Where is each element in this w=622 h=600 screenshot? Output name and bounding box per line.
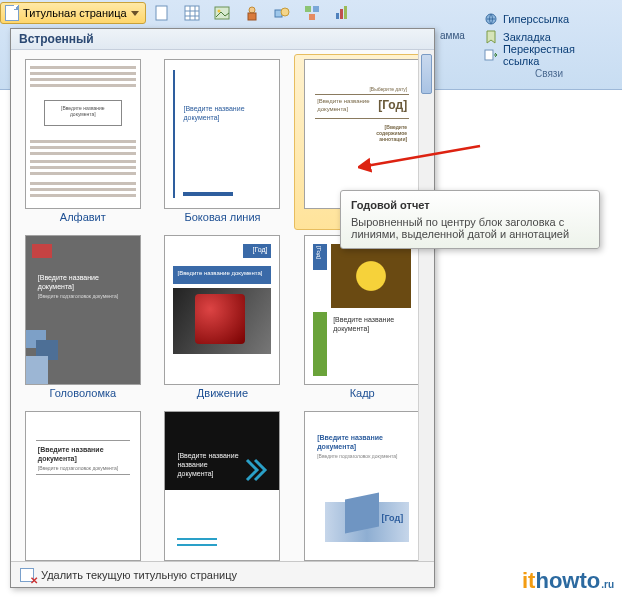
svg-rect-16 — [340, 9, 343, 19]
gallery-item-contrast[interactable]: [Введите название название документа] Ко… — [155, 406, 291, 561]
blank-page-button[interactable] — [148, 2, 176, 24]
gallery-item-alphabet[interactable]: [Введите название документа] Алфавит — [15, 54, 151, 230]
svg-rect-15 — [336, 13, 339, 19]
thumb-contrast: [Введите название название документа] — [164, 411, 280, 561]
crossref-label: Перекрестная ссылка — [503, 43, 614, 67]
svg-point-7 — [217, 10, 220, 13]
hyperlink-button[interactable]: Гиперссылка — [484, 10, 614, 28]
logo-ru: .ru — [601, 579, 614, 590]
table-icon — [183, 4, 201, 22]
gallery-item-cubes[interactable]: [Введите название документа] [Введите по… — [294, 406, 430, 561]
gallery-item-motion[interactable]: [Год] [Введите название документа] Движе… — [155, 230, 291, 406]
cover-page-gallery: Встроенный [Введите название документа] … — [10, 28, 435, 588]
gallery-item-frame[interactable]: [Год] [Введите название документа] Кадр — [294, 230, 430, 406]
smartart-button[interactable] — [298, 2, 326, 24]
blank-page-icon — [153, 4, 171, 22]
picture-button[interactable] — [208, 2, 236, 24]
thumb-conservative: [Введите название документа] [Введите по… — [25, 411, 141, 561]
gallery-item-conservative[interactable]: [Введите название документа] [Введите по… — [15, 406, 151, 561]
logo-howto: howto — [535, 568, 600, 594]
chart-icon — [333, 4, 351, 22]
chevrons-icon — [245, 458, 271, 484]
tooltip: Годовой отчет Выровненный по центру блок… — [340, 190, 600, 249]
gallery-item-puzzle[interactable]: [Введите название документа] [Введите по… — [15, 230, 151, 406]
shapes-icon — [273, 4, 291, 22]
crossref-icon — [484, 48, 498, 62]
remove-cover-page-button[interactable]: Удалить текущую титульную страницу — [11, 561, 434, 587]
svg-rect-13 — [313, 6, 319, 12]
svg-rect-17 — [344, 6, 347, 19]
links-group-label: Связи — [484, 68, 614, 79]
hyperlink-icon — [484, 12, 498, 26]
remove-cover-page-label: Удалить текущую титульную страницу — [41, 569, 237, 581]
tooltip-body: Выровненный по центру блок заголовка с л… — [351, 216, 589, 240]
table-button[interactable] — [178, 2, 206, 24]
crossref-button[interactable]: Перекрестная ссылка — [484, 46, 614, 64]
page-icon — [5, 5, 19, 21]
svg-rect-0 — [156, 6, 167, 20]
caption: Головоломка — [49, 387, 116, 399]
caption: Алфавит — [60, 211, 106, 223]
thumb-sideline: [Введите название документа] — [164, 59, 280, 209]
thumb-frame: [Год] [Введите название документа] — [304, 235, 420, 385]
picture-icon — [213, 4, 231, 22]
thumb-motion: [Год] [Введите название документа] — [164, 235, 280, 385]
hyperlink-label: Гиперссылка — [503, 13, 569, 25]
clipart-icon — [243, 4, 261, 22]
svg-point-8 — [249, 7, 255, 13]
bookmark-label: Закладка — [503, 31, 551, 43]
thumb-annual: [Введите название документа] [Выберите д… — [304, 59, 420, 209]
bookmark-icon — [484, 30, 498, 44]
caption: Кадр — [350, 387, 375, 399]
thumb-cubes: [Введите название документа] [Введите по… — [304, 411, 420, 561]
chart-label-fragment: амма — [440, 30, 465, 41]
gallery-grid: [Введите название документа] Алфавит [Вв… — [11, 50, 434, 561]
smartart-icon — [303, 4, 321, 22]
chevron-down-icon — [131, 11, 139, 16]
svg-rect-19 — [485, 50, 493, 60]
site-logo: it howto .ru — [522, 568, 614, 594]
shapes-button[interactable] — [268, 2, 296, 24]
cover-page-dropdown[interactable]: Титульная страница — [0, 2, 146, 24]
caption: Боковая линия — [185, 211, 261, 223]
caption: Движение — [197, 387, 248, 399]
tooltip-title: Годовой отчет — [351, 199, 589, 211]
thumb-puzzle: [Введите название документа] [Введите по… — [25, 235, 141, 385]
svg-point-11 — [281, 8, 289, 16]
svg-rect-1 — [185, 6, 199, 20]
cover-page-label: Титульная страница — [23, 7, 127, 19]
delete-page-icon — [19, 567, 35, 583]
chart-button[interactable] — [328, 2, 356, 24]
clipart-button[interactable] — [238, 2, 266, 24]
logo-it: it — [522, 568, 535, 594]
svg-rect-9 — [248, 13, 256, 20]
ribbon-toolbar: Титульная страница — [0, 2, 356, 24]
links-group: Гиперссылка Закладка Перекрестная ссылка… — [484, 10, 614, 79]
thumb-alphabet: [Введите название документа] — [25, 59, 141, 209]
gallery-section-header: Встроенный — [11, 29, 434, 50]
scrollbar-thumb[interactable] — [421, 54, 432, 94]
svg-rect-12 — [305, 6, 311, 12]
svg-rect-14 — [309, 14, 315, 20]
gallery-item-sideline[interactable]: [Введите название документа] Боковая лин… — [155, 54, 291, 230]
